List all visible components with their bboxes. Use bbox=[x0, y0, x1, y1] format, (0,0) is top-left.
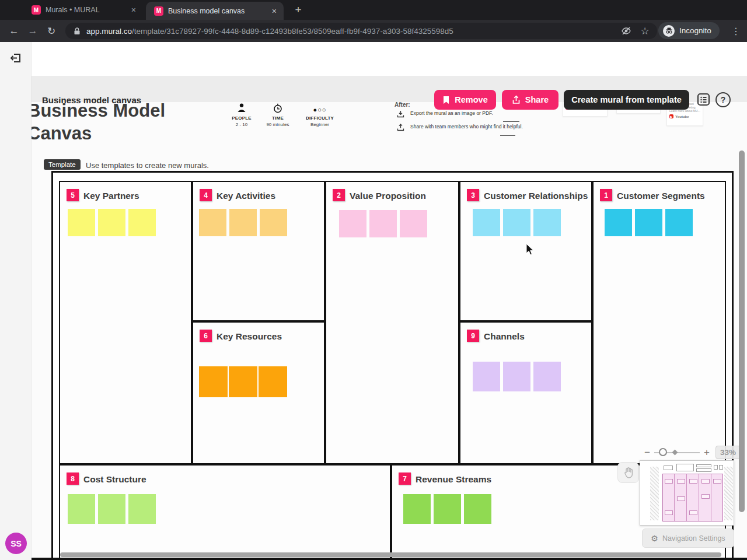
sticky-note[interactable] bbox=[259, 366, 287, 397]
section-key-activities[interactable]: 4 Key Activities bbox=[192, 181, 325, 321]
person-icon bbox=[221, 103, 262, 113]
sticky-note-row bbox=[473, 362, 561, 391]
eye-off-icon[interactable] bbox=[620, 24, 633, 37]
avatar[interactable]: SS bbox=[5, 533, 27, 554]
page-title: Business model canvas bbox=[42, 95, 141, 105]
url-path: /template/31c78927-99fc-4448-8d89-c12493… bbox=[132, 27, 453, 36]
horizontal-scrollbar[interactable] bbox=[60, 552, 721, 557]
after-item: Export the mural as an image or PDF. bbox=[397, 110, 493, 118]
section-title: Value Proposition bbox=[350, 191, 426, 201]
hand-tool-button[interactable] bbox=[617, 462, 639, 483]
sticky-note[interactable] bbox=[533, 362, 561, 391]
new-tab-button[interactable]: + bbox=[291, 2, 306, 18]
incognito-label: Incognito bbox=[679, 26, 711, 35]
clock-icon bbox=[257, 103, 298, 113]
tab-close-icon[interactable]: × bbox=[272, 6, 277, 16]
after-item: Share with team members who might find i… bbox=[397, 124, 523, 131]
template-details-icon[interactable] bbox=[696, 92, 711, 109]
section-number-badge: 2 bbox=[333, 189, 345, 201]
browser-tab-murals[interactable]: M Murals • MURAL × bbox=[23, 0, 143, 20]
tab-title: Murals • MURAL bbox=[46, 6, 127, 14]
create-mural-from-template-button[interactable]: Create mural from template bbox=[564, 90, 689, 110]
template-heading: Business Model Canvas bbox=[27, 99, 165, 145]
section-title: Revenue Streams bbox=[416, 474, 491, 485]
zoom-slider-knob[interactable] bbox=[659, 448, 667, 456]
section-title: Cost Structure bbox=[83, 474, 146, 485]
minimap-hatch-right bbox=[724, 467, 733, 520]
section-key-resources[interactable]: 6 Key Resources bbox=[192, 321, 325, 464]
address-bar[interactable]: app.mural.co/template/31c78927-99fc-4448… bbox=[65, 23, 657, 39]
sticky-note-row bbox=[605, 209, 693, 236]
share-up-icon bbox=[397, 124, 404, 131]
sticky-note[interactable] bbox=[434, 494, 461, 524]
share-button[interactable]: Share bbox=[502, 90, 558, 110]
sticky-note[interactable] bbox=[128, 209, 156, 236]
template-badge: Template bbox=[44, 159, 81, 170]
section-title: Key Partners bbox=[83, 191, 139, 201]
sticky-note[interactable] bbox=[503, 362, 530, 391]
remove-button[interactable]: Remove bbox=[434, 90, 496, 110]
browser-tab-business-model-canvas[interactable]: M Business model canvas × bbox=[146, 2, 284, 20]
browser-tab-strip: M Murals • MURAL × M Business model canv… bbox=[0, 0, 747, 20]
exit-template-icon[interactable] bbox=[9, 51, 22, 66]
section-cost-structure[interactable]: 8 Cost Structure bbox=[59, 464, 391, 560]
sticky-note[interactable] bbox=[605, 209, 632, 236]
section-title: Customer Relationships bbox=[484, 191, 588, 201]
sticky-note[interactable] bbox=[229, 366, 257, 397]
section-number-badge: 3 bbox=[467, 189, 479, 201]
mouse-cursor bbox=[526, 243, 535, 258]
browser-menu-icon[interactable]: ⋮ bbox=[729, 24, 742, 38]
incognito-icon bbox=[663, 25, 675, 37]
tab-close-icon[interactable]: × bbox=[131, 5, 136, 15]
sticky-note[interactable] bbox=[464, 494, 491, 524]
zoom-control: − + 33% bbox=[642, 446, 741, 459]
sticky-note[interactable] bbox=[403, 494, 431, 524]
section-channels[interactable]: 9 Channels bbox=[459, 321, 592, 464]
sticky-note[interactable] bbox=[473, 209, 500, 236]
sticky-note[interactable] bbox=[369, 210, 397, 237]
sticky-note[interactable] bbox=[98, 494, 125, 524]
sticky-note[interactable] bbox=[98, 209, 125, 236]
sticky-note[interactable] bbox=[339, 210, 366, 237]
browser-forward-button[interactable]: → bbox=[26, 24, 40, 38]
zoom-slider[interactable] bbox=[654, 452, 700, 453]
lock-icon bbox=[74, 27, 81, 35]
bookmark-star-icon[interactable]: ☆ bbox=[638, 24, 651, 37]
sticky-note[interactable] bbox=[68, 209, 95, 236]
section-number-badge: 5 bbox=[67, 189, 79, 201]
section-key-partners[interactable]: 5 Key Partners bbox=[59, 181, 192, 464]
zoom-in-button[interactable]: + bbox=[701, 447, 712, 459]
screen: M Murals • MURAL × M Business model canv… bbox=[0, 0, 747, 560]
browser-back-button[interactable]: ← bbox=[7, 24, 21, 38]
sticky-note[interactable] bbox=[199, 366, 228, 397]
sticky-note[interactable] bbox=[400, 210, 427, 237]
sticky-note[interactable] bbox=[473, 362, 500, 391]
navigation-settings-button[interactable]: ⚙ Navigation Settings bbox=[642, 528, 734, 548]
sticky-note[interactable] bbox=[199, 209, 226, 236]
section-value-proposition[interactable]: 2 Value Proposition bbox=[325, 181, 459, 464]
zoom-out-button[interactable]: − bbox=[642, 447, 652, 459]
after-label: After: bbox=[395, 102, 410, 108]
vertical-scrollbar[interactable] bbox=[739, 150, 745, 512]
sticky-note[interactable] bbox=[229, 209, 257, 236]
sticky-note[interactable] bbox=[665, 209, 693, 236]
browser-reload-button[interactable]: ↻ bbox=[44, 24, 58, 38]
sticky-note[interactable] bbox=[503, 209, 530, 236]
meta-time: TIME 90 minutes bbox=[257, 103, 298, 127]
sticky-note[interactable] bbox=[260, 209, 287, 236]
gear-icon: ⚙ bbox=[651, 534, 658, 543]
sticky-note-row bbox=[68, 209, 156, 236]
sticky-note-row bbox=[339, 210, 427, 237]
minimap[interactable] bbox=[640, 460, 734, 526]
sticky-note[interactable] bbox=[533, 209, 561, 236]
help-icon[interactable]: ? bbox=[715, 92, 731, 107]
url-domain: app.mural.co bbox=[86, 27, 132, 36]
sticky-note[interactable] bbox=[68, 494, 95, 524]
minimap-hatch-left bbox=[650, 467, 659, 520]
section-number-badge: 6 bbox=[200, 330, 212, 342]
sticky-note[interactable] bbox=[635, 209, 662, 236]
sticky-note[interactable] bbox=[128, 494, 156, 524]
section-number-badge: 9 bbox=[467, 330, 479, 342]
section-customer-segments[interactable]: 1 Customer Segments bbox=[592, 181, 726, 464]
section-number-badge: 8 bbox=[67, 473, 79, 485]
